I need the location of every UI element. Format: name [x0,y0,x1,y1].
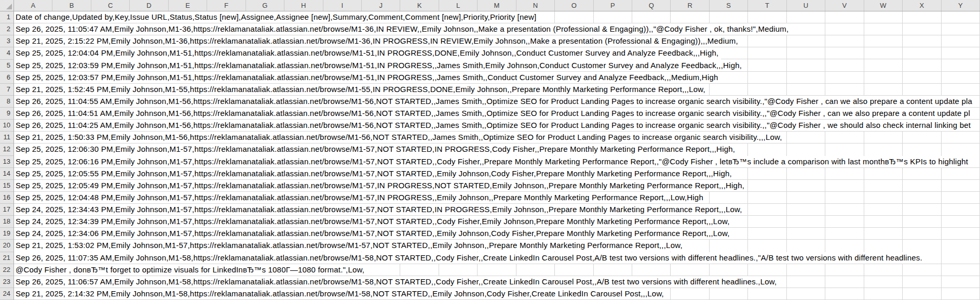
row-12-text[interactable]: Sep 25, 2025, 12:06:30 PM,Emily Johnson,… [14,144,738,155]
column-header-f[interactable]: F [207,0,246,11]
column-header-t[interactable]: T [748,0,786,11]
row-22-text[interactable]: @Cody Fisher , donвЂ™t forget to optimiz… [14,264,367,276]
row-header-4[interactable]: 4 [0,47,13,59]
column-header-c[interactable]: C [91,0,130,11]
row-2-text[interactable]: Sep 26, 2025, 11:05:47 AM,Emily Johnson,… [14,23,791,35]
row-header-2[interactable]: 2 [0,23,13,35]
column-header-i[interactable]: I [323,0,362,11]
row-20-text[interactable]: Sep 21, 2025, 1:53:02 PM,Emily Johnson,M… [14,240,685,251]
row-header-16[interactable]: 16 [0,192,13,204]
column-header-h[interactable]: H [284,0,323,11]
select-all-triangle-icon [6,4,12,9]
row-8-text[interactable]: Sep 26, 2025, 11:04:55 AM,Emily Johnson,… [14,96,975,107]
column-header-y[interactable]: Y [942,0,980,11]
row-23-text[interactable]: Sep 26, 2025, 11:06:57 AM,Emily Johnson,… [14,276,779,288]
row-header-9[interactable]: 9 [0,108,13,120]
row-header-19[interactable]: 19 [0,228,13,240]
row-header-column: 123456789101112131415161718192021222324 [0,11,14,300]
row-header-7[interactable]: 7 [0,84,13,96]
row-header-21[interactable]: 21 [0,252,13,264]
row-24-text[interactable]: Sep 21, 2025, 2:14:32 PM,Emily Johnson,M… [14,288,666,299]
select-all-corner[interactable] [0,0,14,11]
row-header-8[interactable]: 8 [0,96,13,108]
column-header-q[interactable]: Q [632,0,671,11]
column-header-w[interactable]: W [864,0,903,11]
row-16-text[interactable]: Sep 25, 2025, 12:04:48 PM,Emily Johnson,… [14,192,706,203]
row-4-text[interactable]: Sep 25, 2025, 12:04:04 PM,Emily Johnson,… [14,47,721,59]
row-header-15[interactable]: 15 [0,180,13,192]
column-header-p[interactable]: P [594,0,632,11]
column-header-r[interactable]: R [671,0,709,11]
row-header-12[interactable]: 12 [0,144,13,155]
column-header-a[interactable]: A [14,0,52,11]
row-3-text[interactable]: Sep 21, 2025, 2:15:22 PM,Emily Johnson,M… [14,35,741,47]
row-header-3[interactable]: 3 [0,35,13,47]
row-5-text[interactable]: Sep 25, 2025, 12:03:59 PM,Emily Johnson,… [14,60,744,71]
row-17-text[interactable]: Sep 24, 2025, 12:34:43 PM,Emily Johnson,… [14,204,745,215]
column-header-j[interactable]: J [362,0,400,11]
column-header-e[interactable]: E [169,0,207,11]
row-10-text[interactable]: Sep 26, 2025, 11:04:25 AM,Emily Johnson,… [14,120,973,131]
spreadsheet-app: ABCDEFGHIJKLMNOPQRSTUVWXY 12345678910111… [0,0,980,300]
column-header-n[interactable]: N [516,0,555,11]
row-14-text[interactable]: Sep 25, 2025, 12:05:55 PM,Emily Johnson,… [14,168,734,179]
row-13-text[interactable]: Sep 25, 2025, 12:06:16 PM,Emily Johnson,… [14,156,971,167]
column-header-k[interactable]: K [400,0,439,11]
row-18-text[interactable]: Sep 24, 2025, 12:34:39 PM,Emily Johnson,… [14,216,732,227]
row-9-text[interactable]: Sep 26, 2025, 11:04:51 AM,Emily Johnson,… [14,108,973,119]
row-header-10[interactable]: 10 [0,120,13,132]
row-header-6[interactable]: 6 [0,72,13,84]
row-header-1[interactable]: 1 [0,11,13,23]
row-11-text[interactable]: Sep 21, 2025, 1:50:33 PM,Emily Johnson,M… [14,132,785,143]
column-header-v[interactable]: V [825,0,864,11]
column-header-b[interactable]: B [52,0,91,11]
column-header-row: ABCDEFGHIJKLMNOPQRSTUVWXY [14,0,980,11]
column-header-m[interactable]: M [478,0,516,11]
row-15-text[interactable]: Sep 25, 2025, 12:05:49 PM,Emily Johnson,… [14,180,747,191]
row-header-23[interactable]: 23 [0,276,13,288]
row-header-20[interactable]: 20 [0,240,13,252]
column-header-o[interactable]: O [555,0,593,11]
row-header-18[interactable]: 18 [0,216,13,228]
sheet-grid[interactable]: Date of change,Updated by,Key,Issue URL,… [14,11,980,300]
row-header-11[interactable]: 11 [0,132,13,144]
row-header-5[interactable]: 5 [0,60,13,72]
row-1-text[interactable]: Date of change,Updated by,Key,Issue URL,… [14,11,539,23]
row-header-13[interactable]: 13 [0,156,13,168]
row-header-14[interactable]: 14 [0,168,13,180]
column-header-u[interactable]: U [787,0,825,11]
column-header-l[interactable]: L [439,0,478,11]
row-6-text[interactable]: Sep 25, 2025, 12:03:57 PM,Emily Johnson,… [14,72,721,83]
column-header-g[interactable]: G [246,0,284,11]
row-header-17[interactable]: 17 [0,204,13,216]
column-header-x[interactable]: X [903,0,941,11]
row-19-text[interactable]: Sep 24, 2025, 12:34:06 PM,Emily Johnson,… [14,228,732,239]
row-header-22[interactable]: 22 [0,264,13,276]
row-header-24[interactable]: 24 [0,288,13,300]
column-header-d[interactable]: D [130,0,168,11]
row-7-text[interactable]: Sep 21, 2025, 1:52:45 PM,Emily Johnson,M… [14,84,708,95]
column-header-s[interactable]: S [710,0,748,11]
row-21-text[interactable]: Sep 26, 2025, 11:07:35 AM,Emily Johnson,… [14,252,925,264]
